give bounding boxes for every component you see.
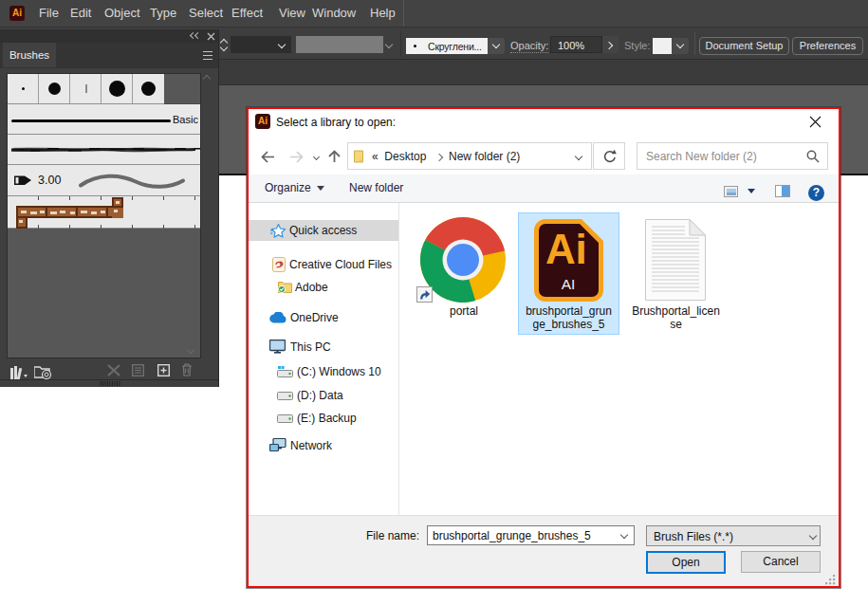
svg-text:i: i <box>575 226 586 272</box>
svg-text:A: A <box>545 226 576 272</box>
svg-text:AI: AI <box>562 276 576 292</box>
